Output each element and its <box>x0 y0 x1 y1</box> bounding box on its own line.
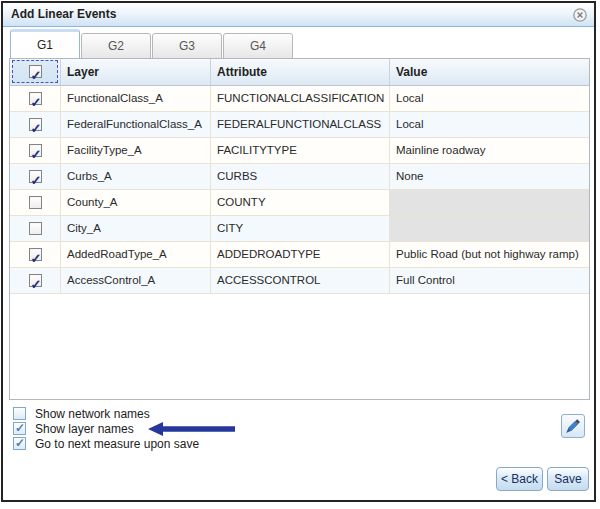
value-cell: Local <box>390 86 589 111</box>
layer-cell: FacilityType_A <box>61 138 211 163</box>
option-row: Show layer names <box>13 421 236 436</box>
attribute-cell: COUNTY <box>211 190 390 215</box>
save-button[interactable]: Save <box>547 467 589 491</box>
select-all-checkbox[interactable] <box>29 65 42 78</box>
table-row[interactable]: FacilityType_AFACILITYTYPEMainline roadw… <box>10 138 589 164</box>
row-checkbox-cell <box>10 86 61 111</box>
table-header-row: Layer Attribute Value <box>10 59 589 86</box>
attribute-cell: FUNCTIONALCLASSIFICATION <box>211 86 390 111</box>
edit-button[interactable] <box>561 414 585 438</box>
row-checkbox-cell <box>10 138 61 163</box>
row-checkbox-cell <box>10 112 61 137</box>
dialog-titlebar: Add Linear Events <box>3 3 594 27</box>
option-label[interactable]: Go to next measure upon save <box>35 437 199 451</box>
layer-cell: FunctionalClass_A <box>61 86 211 111</box>
table-row[interactable]: FederalFunctionalClass_AFEDERALFUNCTIONA… <box>10 112 589 138</box>
option-checkbox[interactable] <box>13 407 26 420</box>
layer-cell: FederalFunctionalClass_A <box>61 112 211 137</box>
select-all-cell <box>10 59 61 85</box>
row-checkbox[interactable] <box>29 196 42 209</box>
column-header-layer[interactable]: Layer <box>61 59 211 85</box>
tab-strip: G1G2G3G4 <box>10 29 294 59</box>
table-row[interactable]: AccessControl_AACCESSCONTROLFull Control <box>10 268 589 294</box>
layer-cell: County_A <box>61 190 211 215</box>
back-button[interactable]: < Back <box>496 467 543 491</box>
row-checkbox-cell <box>10 216 61 241</box>
column-header-attribute[interactable]: Attribute <box>211 59 390 85</box>
row-checkbox[interactable] <box>29 144 42 157</box>
table-row[interactable]: County_ACOUNTY <box>10 190 589 216</box>
value-cell: Mainline roadway <box>390 138 589 163</box>
option-checkbox[interactable] <box>13 422 26 435</box>
row-checkbox-cell <box>10 242 61 267</box>
tab-g4[interactable]: G4 <box>223 33 293 59</box>
table-body: FunctionalClass_AFUNCTIONALCLASSIFICATIO… <box>10 86 589 294</box>
add-linear-events-dialog: Add Linear Events G1G2G3G4 Layer Attribu… <box>1 1 596 502</box>
attribute-cell: ACCESSCONTROL <box>211 268 390 293</box>
row-checkbox-cell <box>10 164 61 189</box>
option-label[interactable]: Show network names <box>35 407 150 421</box>
attribute-cell: CITY <box>211 216 390 241</box>
table-row[interactable]: FunctionalClass_AFUNCTIONALCLASSIFICATIO… <box>10 86 589 112</box>
value-cell: Full Control <box>390 268 589 293</box>
select-all-focus-ring <box>12 60 58 83</box>
option-checkbox[interactable] <box>13 437 26 450</box>
row-checkbox-cell <box>10 268 61 293</box>
table-row[interactable]: AddedRoadType_AADDEDROADTYPEPublic Road … <box>10 242 589 268</box>
attribute-cell: FACILITYTYPE <box>211 138 390 163</box>
layer-cell: AccessControl_A <box>61 268 211 293</box>
tab-g1[interactable]: G1 <box>10 29 80 59</box>
value-cell: Public Road (but not highway ramp) <box>390 242 589 267</box>
options-group: Show network namesShow layer namesGo to … <box>13 406 236 451</box>
pencil-icon <box>565 418 581 434</box>
row-checkbox[interactable] <box>29 274 42 287</box>
attribute-cell: FEDERALFUNCTIONALCLASS <box>211 112 390 137</box>
dialog-title: Add Linear Events <box>11 7 116 21</box>
value-cell <box>390 216 589 241</box>
layer-cell: AddedRoadType_A <box>61 242 211 267</box>
linear-events-table: Layer Attribute Value FunctionalClass_AF… <box>9 58 590 400</box>
option-row: Go to next measure upon save <box>13 436 236 451</box>
tab-g2[interactable]: G2 <box>81 33 151 59</box>
annotation-left-arrow-icon <box>148 422 236 436</box>
close-icon[interactable] <box>572 7 588 23</box>
table-row[interactable]: Curbs_ACURBSNone <box>10 164 589 190</box>
row-checkbox[interactable] <box>29 170 42 183</box>
layer-cell: City_A <box>61 216 211 241</box>
value-cell: Local <box>390 112 589 137</box>
row-checkbox[interactable] <box>29 222 42 235</box>
option-row: Show network names <box>13 406 236 421</box>
option-label[interactable]: Show layer names <box>35 422 134 436</box>
row-checkbox-cell <box>10 190 61 215</box>
row-checkbox[interactable] <box>29 248 42 261</box>
attribute-cell: CURBS <box>211 164 390 189</box>
layer-cell: Curbs_A <box>61 164 211 189</box>
column-header-value[interactable]: Value <box>390 59 589 85</box>
value-cell: None <box>390 164 589 189</box>
screen: Add Linear Events G1G2G3G4 Layer Attribu… <box>0 0 600 509</box>
tab-g3[interactable]: G3 <box>152 33 222 59</box>
attribute-cell: ADDEDROADTYPE <box>211 242 390 267</box>
row-checkbox[interactable] <box>29 92 42 105</box>
value-cell <box>390 190 589 215</box>
row-checkbox[interactable] <box>29 118 42 131</box>
table-row[interactable]: City_ACITY <box>10 216 589 242</box>
